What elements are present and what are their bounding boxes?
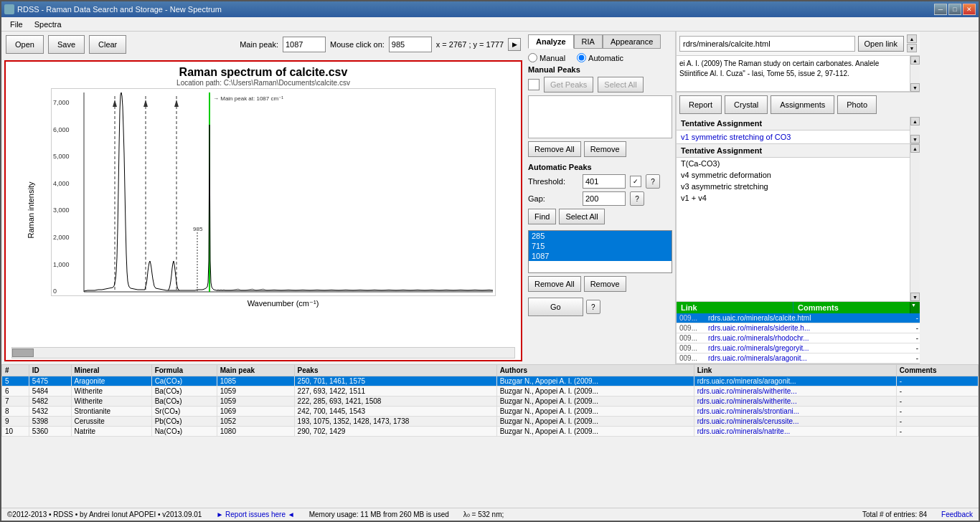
auto-remove-button[interactable]: Remove — [584, 276, 626, 292]
link-panel-header: Link Comments ▼ — [677, 302, 920, 313]
save-button[interactable]: Save — [48, 35, 85, 54]
find-button[interactable]: Find — [528, 209, 556, 224]
cell-link[interactable]: rdrs.uaic.ro/minerals/aragonit... — [694, 376, 896, 386]
link-row-2[interactable]: 009... rdrs.uaic.ro/minerals/rhodochr...… — [677, 333, 920, 343]
link-row-0-id: 009... — [677, 313, 707, 323]
auto-remove-all-button[interactable]: Remove All — [528, 276, 581, 292]
bottom-section: # ID Mineral Formula Main peak Peaks Aut… — [1, 364, 979, 508]
get-peaks-checkbox[interactable] — [528, 79, 540, 90]
threshold-help-button[interactable]: ? — [646, 174, 660, 189]
report-button[interactable]: Report — [679, 95, 722, 114]
table-row[interactable]: 10 5360 Natrite Na(CO₃) 1080 290, 702, 1… — [2, 427, 979, 437]
url-scroll-down[interactable]: ▼ — [907, 44, 917, 52]
auto-select-all-button[interactable]: Select All — [559, 209, 604, 224]
link-row-4[interactable]: 009... rdrs.uaic.ro/minerals/aragonit...… — [677, 353, 920, 364]
tab-appearance[interactable]: Appearance — [603, 34, 661, 49]
url-input[interactable] — [679, 36, 855, 52]
svg-text:3,500: 3,500 — [478, 294, 493, 296]
cell-mineral: Natrite — [71, 427, 151, 437]
cell-link[interactable]: rdrs.uaic.ro/minerals/witherite... — [694, 386, 896, 397]
cell-link[interactable]: rdrs.uaic.ro/minerals/cerussite... — [694, 417, 896, 427]
assign2-scroll-down[interactable]: ▼ — [910, 293, 920, 301]
open-button[interactable]: Open — [6, 35, 44, 54]
link-row-0-url[interactable]: rdrs.uaic.ro/minerals/calcite.html — [707, 313, 915, 323]
cell-num: 6 — [2, 386, 29, 397]
auto-peak-item-715[interactable]: 715 — [529, 241, 672, 251]
manual-radio-label[interactable]: Manual — [528, 53, 565, 62]
chart-inner[interactable]: 0 1,000 2,000 3,000 4,000 5,000 6,000 7,… — [51, 88, 515, 298]
assignments-button[interactable]: Assignments — [771, 95, 834, 114]
table-row[interactable]: 7 5482 Witherite Ba(CO₃) 1059 222, 285, … — [2, 397, 979, 407]
ref-scroll-up[interactable]: ▲ — [910, 56, 920, 65]
assign1-scroll-down[interactable]: ▼ — [910, 135, 920, 143]
go-button[interactable]: Go — [528, 298, 583, 316]
automatic-radio-label[interactable]: Automatic — [577, 53, 623, 62]
reference-row: ei A. I. (2009) The Raman study on certa… — [677, 56, 920, 92]
table-row[interactable]: 6 5484 Witherite Ba(CO₃) 1059 227, 693, … — [2, 386, 979, 397]
mouse-click-input[interactable] — [389, 37, 432, 52]
gap-input[interactable] — [583, 191, 626, 206]
feedback-link[interactable]: Feedback — [941, 511, 973, 518]
link-row-3[interactable]: 009... rdrs.uaic.ro/minerals/gregoryit..… — [677, 343, 920, 353]
manual-select-all-button[interactable]: Select All — [598, 77, 643, 92]
link-row-1-url[interactable]: rdrs.uaic.ro/minerals/siderite.h... — [707, 323, 915, 333]
ref-scroll-down[interactable]: ▼ — [910, 83, 920, 92]
scroll-thumb[interactable] — [12, 348, 34, 357]
status-right: Total # of entries: 84 Feedback — [862, 511, 973, 518]
spectrum-scrollbar[interactable] — [11, 347, 515, 359]
tab-analyze[interactable]: Analyze — [528, 34, 574, 49]
link-row-2-url[interactable]: rdrs.uaic.ro/minerals/rhodochr... — [707, 333, 915, 343]
cell-num: 9 — [2, 417, 29, 427]
threshold-checkbox[interactable]: ✓ — [630, 176, 641, 187]
auto-peak-item-1087[interactable]: 1087 — [529, 251, 672, 261]
go-help-button[interactable]: ? — [586, 300, 600, 314]
link-row-3-url[interactable]: rdrs.uaic.ro/minerals/gregoryit... — [707, 343, 915, 353]
photo-button[interactable]: Photo — [837, 95, 877, 114]
menu-bar: File Spectra — [1, 17, 979, 32]
manual-remove-all-button[interactable]: Remove All — [528, 141, 581, 157]
link-col-header: Link — [677, 302, 793, 313]
cell-num: 5 — [2, 376, 29, 386]
automatic-radio[interactable] — [577, 53, 586, 62]
threshold-input[interactable] — [583, 174, 626, 189]
link-row-4-url[interactable]: rdrs.uaic.ro/minerals/aragonit... — [707, 353, 915, 363]
title-bar-buttons: ─ □ ✕ — [934, 4, 976, 15]
cell-mineral: Witherite — [71, 397, 151, 407]
clear-button[interactable]: Clear — [89, 35, 126, 54]
report-link[interactable]: ► Report issues here ◄ — [216, 511, 294, 518]
cell-link[interactable]: rdrs.uaic.ro/minerals/witherite... — [694, 397, 896, 407]
table-row[interactable]: 5 5475 Aragonite Ca(CO₃) 1085 250, 701, … — [2, 376, 979, 386]
maximize-button[interactable]: □ — [948, 4, 961, 15]
cell-link[interactable]: rdrs.uaic.ro/minerals/strontiani... — [694, 407, 896, 417]
manual-remove-button[interactable]: Remove — [584, 141, 626, 157]
minimize-button[interactable]: ─ — [934, 4, 947, 15]
url-scroll-up[interactable]: ▲ — [907, 34, 917, 43]
link-panel-scroll-btn[interactable]: ▼ — [910, 302, 920, 313]
assign2-scroll-up[interactable]: ▲ — [910, 144, 920, 153]
link-row-1[interactable]: 009... rdrs.uaic.ro/minerals/siderite.h.… — [677, 323, 920, 333]
expand-button[interactable]: ▶ — [508, 38, 521, 51]
col-comments: Comments — [896, 365, 978, 376]
auto-peaks-list[interactable]: 285 715 1087 — [528, 230, 672, 273]
cell-link[interactable]: rdrs.uaic.ro/minerals/natrite... — [694, 427, 896, 437]
manual-radio[interactable] — [528, 53, 537, 62]
tab-ria[interactable]: RIA — [574, 34, 603, 49]
spectrum-svg: 0 1,000 2,000 3,000 4,000 5,000 6,000 7,… — [51, 88, 496, 296]
table-wrapper[interactable]: # ID Mineral Formula Main peak Peaks Aut… — [1, 364, 979, 508]
auto-peak-item-285[interactable]: 285 — [529, 231, 672, 241]
get-peaks-button[interactable]: Get Peaks — [544, 77, 593, 92]
assign1-scroll-up[interactable]: ▲ — [910, 117, 920, 125]
main-peak-input[interactable] — [283, 37, 326, 52]
menu-spectra[interactable]: Spectra — [29, 19, 67, 30]
cell-id: 5398 — [29, 417, 71, 427]
link-row-0[interactable]: 009... rdrs.uaic.ro/minerals/calcite.htm… — [677, 313, 920, 323]
table-row[interactable]: 8 5432 Strontianite Sr(CO₃) 1069 242, 70… — [2, 407, 979, 417]
table-row[interactable]: 9 5398 Cerussite Pb(CO₃) 1052 193, 1075,… — [2, 417, 979, 427]
close-button[interactable]: ✕ — [963, 4, 976, 15]
gap-help-button[interactable]: ? — [630, 191, 644, 206]
menu-file[interactable]: File — [4, 19, 29, 30]
open-link-button[interactable]: Open link — [858, 36, 904, 52]
cell-mineral: Cerussite — [71, 417, 151, 427]
ref-scroll: ▲ ▼ — [910, 56, 920, 92]
crystal-button[interactable]: Crystal — [725, 95, 768, 114]
